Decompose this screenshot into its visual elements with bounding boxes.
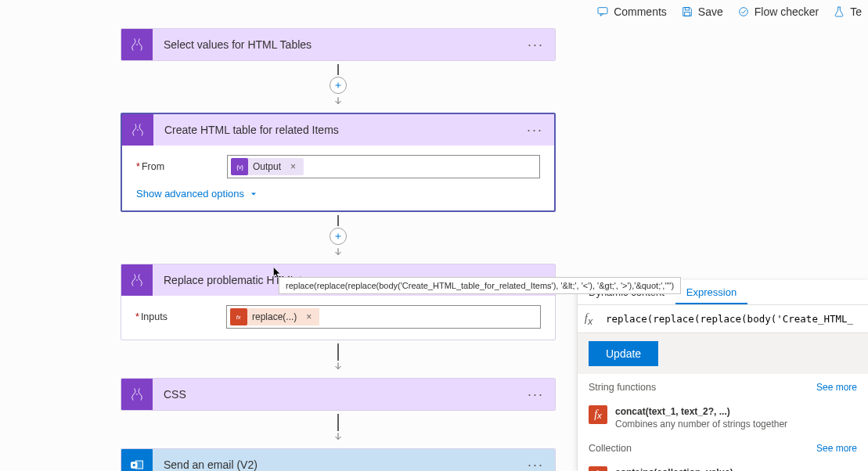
- svg-point-5: [137, 129, 139, 131]
- data-operation-icon: [121, 29, 153, 60]
- svg-rect-2: [684, 13, 690, 16]
- svg-point-7: [136, 279, 138, 281]
- arrow-down-icon: [333, 95, 344, 110]
- flow-checker-icon: [737, 5, 750, 18]
- update-button[interactable]: Update: [589, 341, 658, 366]
- token-remove-icon[interactable]: ×: [301, 311, 316, 322]
- data-operation-icon: [121, 379, 153, 410]
- fx-icon: fx: [578, 311, 600, 327]
- step-replace-tags[interactable]: Replace problematic HTML tags ··· *Input…: [121, 264, 556, 340]
- save-label: Save: [698, 5, 723, 18]
- fx-icon: fx: [589, 466, 607, 471]
- step-title: Select values for HTML Tables: [153, 38, 528, 51]
- step-menu-button[interactable]: ···: [528, 37, 555, 53]
- svg-point-9: [136, 394, 138, 395]
- outlook-icon: [121, 449, 153, 471]
- token-output[interactable]: {v} Output ×: [231, 158, 304, 175]
- arrow-down-icon: [333, 246, 344, 261]
- svg-point-12: [132, 463, 135, 466]
- svg-rect-1: [685, 8, 689, 10]
- connector: [121, 61, 556, 113]
- inputs-label: *Inputs: [135, 311, 226, 322]
- show-advanced-link[interactable]: Show advanced options: [136, 188, 540, 200]
- insert-step-button[interactable]: [330, 228, 347, 245]
- connector: [121, 212, 556, 264]
- comment-icon: [596, 5, 609, 18]
- svg-point-3: [739, 8, 747, 16]
- comments-button[interactable]: Comments: [596, 5, 667, 18]
- svg-text:fx: fx: [236, 314, 241, 321]
- from-input[interactable]: {v} Output ×: [227, 155, 540, 178]
- arrow-down-icon: [333, 361, 344, 375]
- svg-text:{v}: {v}: [236, 164, 243, 171]
- fn-signature: contains(collection, value): [615, 466, 733, 471]
- data-operation-icon: [121, 264, 153, 296]
- top-toolbar: Comments Save Flow checker Te: [590, 0, 868, 23]
- step-title: Send an email (V2): [153, 458, 528, 471]
- fn-concat[interactable]: fx concat(text_1, text_2?, ...) Combines…: [578, 401, 868, 435]
- category-string-functions: String functions See more: [578, 374, 868, 401]
- fn-description: Combines any number of strings together: [615, 418, 787, 430]
- see-more-link[interactable]: See more: [816, 382, 857, 393]
- flow-checker-label: Flow checker: [755, 5, 819, 18]
- token-tooltip: replace(replace(replace(body('Create_HTM…: [279, 277, 681, 294]
- step-css[interactable]: CSS ···: [121, 378, 556, 411]
- cursor-icon: [271, 266, 283, 279]
- expression-panel: Dynamic content Expression fx Update Str…: [577, 280, 868, 471]
- step-title: Create HTML table for related Items: [153, 124, 527, 136]
- tab-expression[interactable]: Expression: [675, 280, 747, 304]
- arrow-down-icon: [333, 431, 344, 445]
- token-replace-fx[interactable]: fx replace(...) ×: [230, 308, 319, 325]
- svg-point-4: [136, 44, 138, 45]
- category-collection: Collection See more: [578, 435, 868, 462]
- fx-icon: fx: [589, 405, 607, 424]
- expression-input[interactable]: [600, 305, 868, 333]
- token-remove-icon[interactable]: ×: [286, 161, 301, 172]
- test-label: Te: [850, 5, 862, 18]
- step-title: CSS: [153, 388, 528, 401]
- step-menu-button[interactable]: ···: [528, 387, 555, 403]
- flow-checker-button[interactable]: Flow checker: [737, 5, 819, 18]
- save-icon: [681, 5, 693, 18]
- from-label: *From: [136, 161, 227, 172]
- test-button[interactable]: Te: [833, 5, 862, 18]
- data-operation-icon: [122, 114, 153, 146]
- step-send-email[interactable]: Send an email (V2) ···: [121, 448, 556, 471]
- fn-contains[interactable]: fx contains(collection, value): [578, 462, 868, 471]
- step-menu-button[interactable]: ···: [528, 457, 555, 472]
- step-menu-button[interactable]: ···: [527, 122, 554, 138]
- step-create-html-table[interactable]: Create HTML table for related Items ··· …: [121, 113, 556, 212]
- comments-label: Comments: [614, 5, 667, 18]
- fn-signature: concat(text_1, text_2?, ...): [615, 405, 787, 418]
- connector: [121, 411, 556, 448]
- see-more-link[interactable]: See more: [816, 443, 857, 454]
- save-button[interactable]: Save: [681, 5, 723, 18]
- inputs-input[interactable]: fx replace(...) ×: [226, 305, 541, 329]
- test-icon: [833, 5, 845, 18]
- svg-rect-0: [598, 8, 607, 14]
- step-select-values[interactable]: Select values for HTML Tables ···: [121, 28, 556, 61]
- connector: [121, 340, 556, 378]
- insert-step-button[interactable]: [330, 77, 347, 94]
- chevron-down-icon: [249, 189, 258, 199]
